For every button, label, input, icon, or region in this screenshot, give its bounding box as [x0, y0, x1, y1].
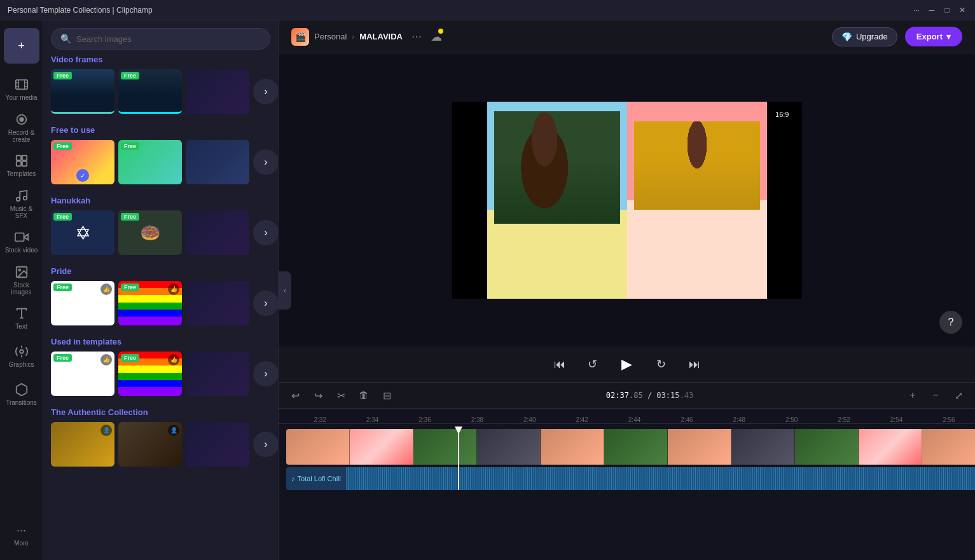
sidebar-item-your-media[interactable]: Your media	[4, 71, 39, 107]
like-badge: 👍	[168, 283, 179, 295]
cut-button[interactable]: ✂	[332, 386, 350, 404]
delete-button[interactable]: 🗑	[355, 386, 373, 404]
window-controls: ··· ─ □ ✕	[911, 5, 967, 15]
thumb-hanukkah2[interactable]: Free 🍩	[118, 210, 182, 255]
play-icon: ▶	[621, 356, 632, 372]
fullscreen-button[interactable]: ⤢	[950, 386, 967, 404]
ruler-tick-11: 2:54	[870, 416, 922, 423]
section-items-video-frames: Free Free ›	[51, 69, 270, 114]
thumb-pride3[interactable]	[186, 281, 249, 325]
collapse-panel-button[interactable]: ‹	[279, 271, 291, 310]
section-more-button-pride[interactable]: ›	[253, 290, 278, 316]
ruler-tick-9: 2:50	[766, 416, 818, 423]
zoom-in-button[interactable]: +	[904, 386, 922, 404]
sidebar-item-record-create[interactable]: Record & create	[4, 109, 39, 145]
sidebar-label-record-create: Record & create	[4, 129, 39, 143]
video-thumbnail-10	[922, 429, 975, 465]
undo-button[interactable]: ↩	[286, 386, 304, 404]
skip-forward-button[interactable]: ⏭	[684, 354, 705, 374]
sidebar-item-stock-images[interactable]: Stock images	[4, 262, 39, 297]
sidebar-item-transitions[interactable]: Transitions	[4, 376, 39, 412]
section-title-pride[interactable]: Pride	[51, 266, 270, 276]
thumb-free1[interactable]: Free ✓	[51, 140, 114, 184]
section-items-authentic-collection: 👤 👤 ›	[51, 422, 270, 467]
maximize-button[interactable]: □	[942, 5, 952, 15]
more-options-button[interactable]: ···	[911, 5, 922, 15]
sidebar-item-stock-video[interactable]: Stock video	[4, 224, 39, 259]
thumb-used1[interactable]: Free 👍	[51, 352, 114, 396]
cloud-sync-button[interactable]: ☁	[431, 30, 442, 44]
thumb-authentic1[interactable]: 👤	[51, 422, 114, 467]
help-button[interactable]: ?	[939, 311, 962, 334]
thumb-vf1[interactable]: Free	[51, 69, 114, 114]
section-more-button-used-in-templates[interactable]: ›	[253, 361, 278, 386]
sidebar-item-music-sfx[interactable]: Music & SFX	[4, 186, 39, 221]
breadcrumb-project-name[interactable]: MALAVIDA	[359, 32, 403, 41]
like-badge: 👍	[100, 283, 112, 295]
svg-rect-11	[16, 161, 20, 166]
thumb-used3[interactable]	[186, 352, 249, 396]
sidebar-item-templates[interactable]: Templates	[4, 147, 39, 183]
thumb-vf2[interactable]: Free	[118, 69, 182, 114]
sidebar-item-text[interactable]: Text	[4, 300, 39, 336]
upgrade-button[interactable]: 💎 Upgrade	[832, 27, 897, 46]
free-badge: Free	[53, 283, 72, 291]
gem-icon: 💎	[841, 32, 852, 42]
minimize-button[interactable]: ─	[927, 5, 937, 15]
section-title-authentic-collection[interactable]: The Authentic Collection	[51, 407, 270, 417]
playhead[interactable]	[458, 429, 459, 490]
split-button[interactable]: ⊟	[378, 386, 396, 404]
export-button[interactable]: Export ▾	[905, 27, 962, 46]
zoom-out-button[interactable]: −	[927, 386, 944, 404]
thumb-hanukkah1[interactable]: Free ✡	[51, 210, 114, 255]
breadcrumb-workspace[interactable]: Personal	[314, 32, 347, 41]
close-button[interactable]: ✕	[957, 5, 967, 15]
section-more-button-hanukkah[interactable]: ›	[253, 220, 278, 245]
search-input[interactable]	[76, 34, 261, 44]
total-time-sub: .43	[679, 391, 693, 400]
text-icon	[14, 306, 29, 321]
fast-forward-button[interactable]: ↻	[651, 354, 672, 374]
section-title-used-in-templates[interactable]: Used in templates	[51, 337, 270, 346]
breadcrumb-chevron-icon: ›	[352, 32, 354, 41]
section-items-pride: Free 👍 Free 👍 ›	[51, 281, 270, 325]
section-more-button-authentic-collection[interactable]: ›	[253, 432, 278, 457]
thumb-authentic3[interactable]	[186, 422, 249, 467]
undo-icon: ↩	[291, 390, 300, 402]
section-title-video-frames[interactable]: Video frames	[51, 55, 270, 64]
project-menu-button[interactable]: ⋯	[408, 29, 425, 44]
top-bar-right: 💎 Upgrade Export ▾	[832, 27, 962, 46]
video-track[interactable]: ⏸	[286, 429, 975, 465]
rewind-button[interactable]: ↺	[583, 354, 603, 374]
more-sidebar-button[interactable]: ··· More	[4, 517, 39, 552]
thumb-free2[interactable]: Free	[118, 140, 182, 184]
free-badge: Free	[53, 72, 72, 79]
thumb-pride1[interactable]: Free 👍	[51, 281, 114, 325]
window-title: Personal Template Collections | Clipcham…	[8, 6, 153, 15]
free-badge: Free	[53, 213, 72, 221]
redo-button[interactable]: ↪	[309, 386, 327, 404]
section-title-hanukkah[interactable]: Hanukkah	[51, 196, 270, 205]
sidebar-item-graphics[interactable]: Graphics	[4, 338, 39, 374]
section-title-free-to-use[interactable]: Free to use	[51, 125, 270, 135]
video-thumbnail-6	[668, 429, 731, 465]
section-more-button-free-to-use[interactable]: ›	[253, 149, 278, 175]
thumb-used2[interactable]: Free 👍	[118, 352, 182, 396]
timeline-tracks: ⏸ ♪ Total Lofi Chill ›	[279, 424, 975, 560]
film-icon	[14, 77, 29, 92]
section-more-button-video-frames[interactable]: ›	[253, 79, 278, 104]
thumb-free3[interactable]	[186, 140, 249, 184]
thumb-authentic2[interactable]: 👤	[118, 422, 182, 467]
search-input-wrap[interactable]: 🔍	[51, 28, 270, 50]
play-button[interactable]: ▶	[616, 353, 639, 376]
thumb-hanukkah3[interactable]	[186, 210, 249, 255]
video-thumbnail-3	[477, 429, 541, 465]
thumb-pride2[interactable]: Free 👍	[118, 281, 182, 325]
add-media-button[interactable]: +	[4, 28, 39, 64]
audio-track[interactable]: ♪ Total Lofi Chill ›	[286, 467, 975, 490]
ruler-tick-2: 2:36	[399, 416, 451, 423]
thumb-vf3[interactable]	[186, 69, 249, 114]
letterbox-right	[767, 102, 802, 299]
skip-back-button[interactable]: ⏮	[550, 354, 570, 374]
ruler-tick-12: 2:56	[923, 416, 975, 423]
